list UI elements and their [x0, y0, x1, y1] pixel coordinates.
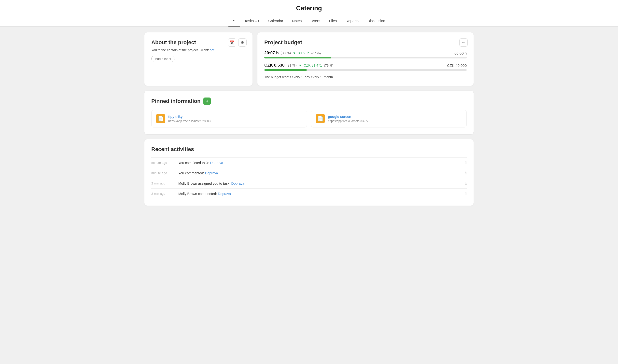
pinned-header: Pinned information + [151, 98, 467, 105]
time-main-value: 20:07 h [264, 51, 279, 56]
activities-card: Recent activities minute ago You complet… [144, 139, 474, 206]
add-label-button[interactable]: Add a label [151, 56, 175, 62]
time-progress-bg [264, 57, 467, 58]
activity-time: 2 min ago [151, 182, 178, 185]
time-arrow-icon: ▼ [293, 51, 296, 55]
time-total: 60:00 h [454, 51, 467, 55]
main-content: About the project 📅 ⚙ You're the captain… [140, 27, 478, 211]
tasks-filter-icon: ≡ ▾ [255, 19, 259, 23]
nav-item-tasks[interactable]: Tasks ≡ ▾ [240, 16, 264, 26]
top-row: About the project 📅 ⚙ You're the captain… [144, 32, 474, 86]
nav-item-calendar[interactable]: Calendar [264, 16, 288, 26]
client-set-link[interactable]: set [210, 48, 214, 52]
pinned-item[interactable]: 📄 tipy triky https://app.freelo.io/note/… [151, 110, 307, 127]
pinned-item-url: https://app.freelo.io/note/332770 [328, 119, 370, 123]
budget-card-title: Project budget [264, 39, 467, 46]
about-description: You're the captain of the project. Clien… [151, 48, 246, 52]
pinned-item-icon: 📄 [316, 114, 325, 123]
money-secondary-pct: (79 %) [324, 64, 333, 67]
money-progress-bg [264, 69, 467, 71]
time-secondary-value: 39:53 h [298, 51, 309, 55]
activity-time: 2 min ago [151, 192, 178, 196]
money-main-value: CZK 8,530 [264, 63, 284, 68]
nav-item-files[interactable]: Files [324, 16, 341, 26]
activity-row: minute ago You commented: Doprava ℹ [151, 168, 467, 178]
page-title: Catering [0, 4, 618, 12]
time-progress-fill [264, 57, 331, 58]
activity-text: You commented: Doprava [178, 171, 463, 175]
home-icon: ⌂ [233, 18, 236, 23]
pinned-title: Pinned information [151, 98, 200, 104]
activity-time: minute ago [151, 161, 178, 165]
time-secondary-pct: (67 %) [311, 51, 321, 55]
settings-icon-btn[interactable]: ⚙ [238, 38, 247, 47]
header: Catering ⌂ Tasks ≡ ▾ Calendar Notes User… [0, 0, 618, 27]
money-arrow-icon: ▼ [298, 64, 302, 67]
about-card-icons: 📅 ⚙ [228, 38, 247, 47]
activity-row: 2 min ago Molly Brown commented: Doprava… [151, 188, 467, 199]
pinned-add-button[interactable]: + [203, 98, 211, 105]
nav-item-notes[interactable]: Notes [288, 16, 306, 26]
info-icon: ℹ [465, 191, 467, 196]
nav-tasks-label: Tasks [244, 19, 254, 23]
pinned-items-list: 📄 tipy triky https://app.freelo.io/note/… [151, 110, 467, 127]
activity-text: Molly Brown commented: Doprava [178, 192, 463, 196]
edit-icon: ✏ [462, 40, 465, 45]
pinned-item-icon: 📄 [156, 114, 165, 123]
money-main-pct: (21 %) [286, 63, 296, 67]
activity-text: You completed task: Doprava [178, 161, 463, 165]
pinned-item-url: https://app.freelo.io/note/328303 [168, 119, 211, 123]
main-nav: ⌂ Tasks ≡ ▾ Calendar Notes Users Files R… [0, 15, 618, 26]
money-progress-fill [264, 69, 307, 71]
activity-row: 2 min ago Molly Brown assigned you to ta… [151, 178, 467, 188]
activity-link[interactable]: Doprava [218, 192, 231, 196]
nav-item-reports[interactable]: Reports [341, 16, 363, 26]
nav-users-label: Users [310, 19, 320, 23]
info-icon: ℹ [465, 171, 467, 175]
nav-notes-label: Notes [292, 19, 302, 23]
calendar-icon-btn[interactable]: 📅 [228, 38, 236, 47]
money-total: CZK 40,000 [447, 63, 467, 68]
nav-reports-label: Reports [346, 19, 359, 23]
calendar-icon: 📅 [230, 40, 235, 45]
nav-item-home[interactable]: ⌂ [228, 16, 240, 27]
info-icon: ℹ [465, 181, 467, 186]
pinned-item-name: google screen [328, 115, 370, 119]
pinned-item[interactable]: 📄 google screen https://app.freelo.io/no… [311, 110, 467, 127]
money-secondary-value: CZK 31,471 [304, 63, 322, 67]
activity-link[interactable]: Doprava [210, 161, 223, 165]
activity-text: Molly Brown assigned you to task: Doprav… [178, 182, 463, 185]
nav-item-users[interactable]: Users [306, 16, 324, 26]
document-icon: 📄 [158, 116, 164, 122]
nav-calendar-label: Calendar [268, 19, 283, 23]
nav-item-discussion[interactable]: Discussion [363, 16, 390, 26]
budget-reset-text: The budget resets every 1. day every 1. … [264, 75, 467, 79]
activity-link[interactable]: Doprava [205, 171, 218, 175]
gear-icon: ⚙ [241, 40, 244, 45]
budget-edit-button[interactable]: ✏ [459, 38, 468, 47]
activity-row: minute ago You completed task: Doprava ℹ [151, 157, 467, 168]
activities-title: Recent activities [151, 146, 467, 153]
nav-files-label: Files [329, 19, 337, 23]
nav-discussion-label: Discussion [367, 19, 385, 23]
info-icon: ℹ [465, 160, 467, 165]
budget-time-row: 20:07 h (33 %) ▼ 39:53 h (67 %) 60:00 h [264, 51, 467, 58]
about-project-card: About the project 📅 ⚙ You're the captain… [144, 32, 253, 86]
pinned-card: Pinned information + 📄 tipy triky https:… [144, 91, 474, 134]
budget-money-row: CZK 8,530 (21 %) ▼ CZK 31,471 (79 %) CZK… [264, 63, 467, 71]
budget-card: Project budget ✏ 20:07 h (33 %) ▼ 39:53 … [257, 32, 474, 86]
activity-link[interactable]: Doprava [231, 182, 244, 185]
pinned-item-name: tipy triky [168, 115, 211, 119]
activity-time: minute ago [151, 171, 178, 175]
time-main-pct: (33 %) [281, 51, 291, 55]
document-icon: 📄 [317, 116, 323, 122]
